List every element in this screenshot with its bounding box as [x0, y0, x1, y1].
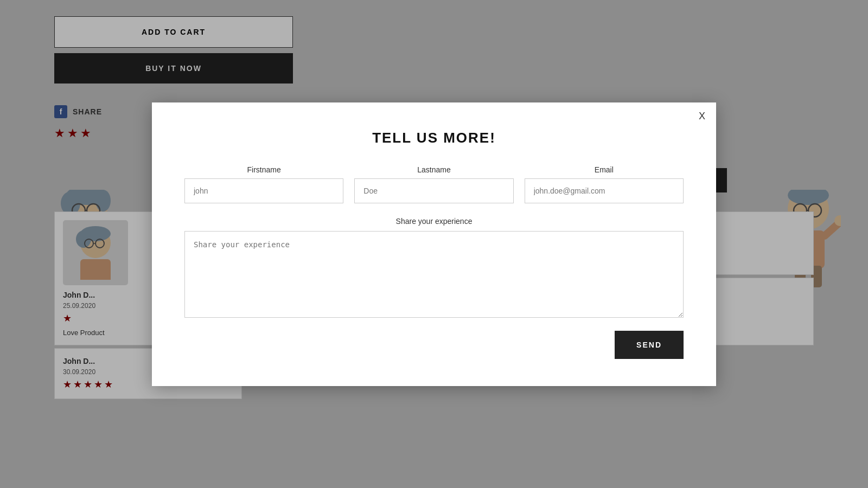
- send-button[interactable]: SEND: [615, 331, 684, 359]
- modal-close-button[interactable]: X: [699, 111, 705, 122]
- email-label: Email: [525, 165, 684, 174]
- firstname-group: Firstname: [184, 165, 343, 203]
- experience-section: Share your experience: [184, 217, 684, 320]
- lastname-group: Lastname: [354, 165, 513, 203]
- email-input[interactable]: [525, 178, 684, 203]
- email-group: Email: [525, 165, 684, 203]
- modal-title: TELL US MORE!: [184, 130, 684, 146]
- lastname-input[interactable]: [354, 178, 513, 203]
- lastname-label: Lastname: [354, 165, 513, 174]
- experience-label: Share your experience: [184, 217, 684, 226]
- modal-overlay: X TELL US MORE! Firstname Lastname Email…: [0, 0, 868, 488]
- firstname-input[interactable]: [184, 178, 343, 203]
- firstname-label: Firstname: [184, 165, 343, 174]
- form-name-row: Firstname Lastname Email: [184, 165, 684, 203]
- tell-us-more-modal: X TELL US MORE! Firstname Lastname Email…: [152, 102, 716, 386]
- experience-textarea[interactable]: [184, 231, 684, 318]
